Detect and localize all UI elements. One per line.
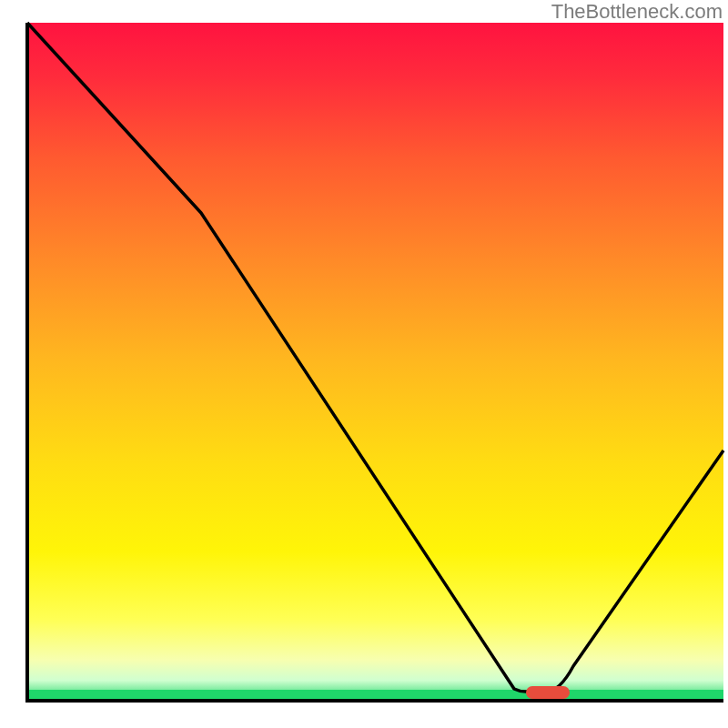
- attribution-label: TheBottleneck.com: [551, 0, 723, 24]
- chart-wrapper: TheBottleneck.com: [0, 0, 728, 728]
- bottleneck-chart: [0, 0, 728, 728]
- marker-optimal: [526, 686, 570, 699]
